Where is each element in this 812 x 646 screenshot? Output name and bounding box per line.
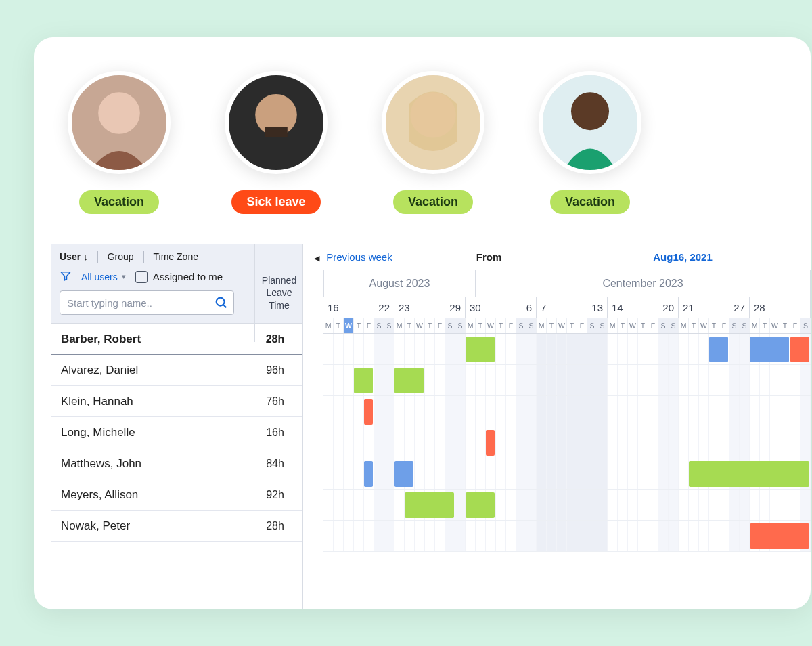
calendar-cell[interactable] — [476, 521, 486, 551]
calendar-cell[interactable] — [648, 396, 658, 427]
calendar-cell[interactable] — [719, 396, 729, 427]
avatar[interactable] — [225, 71, 328, 174]
calendar-cell[interactable] — [699, 427, 709, 458]
calendar-cell[interactable] — [374, 458, 384, 489]
calendar-cell[interactable] — [557, 427, 567, 458]
calendar-cell[interactable] — [506, 365, 516, 395]
calendar-cell[interactable] — [638, 396, 648, 427]
calendar-cell[interactable] — [679, 521, 689, 551]
calendar-cell[interactable] — [455, 427, 466, 458]
calendar-cell[interactable] — [415, 396, 425, 427]
calendar-cell[interactable] — [638, 334, 648, 364]
calendar-cell[interactable] — [354, 458, 364, 489]
calendar-cell[interactable] — [435, 521, 445, 551]
calendar-cell[interactable] — [669, 521, 679, 551]
calendar-cell[interactable] — [689, 365, 699, 395]
user-row[interactable]: Klein, Hannah76h — [51, 386, 302, 417]
calendar-cell[interactable] — [384, 396, 394, 427]
calendar-cell[interactable] — [486, 521, 496, 551]
calendar-cell[interactable] — [516, 365, 526, 395]
calendar-cell[interactable] — [526, 458, 537, 489]
calendar-cell[interactable] — [557, 334, 567, 364]
calendar-cell[interactable] — [628, 521, 638, 551]
calendar-cell[interactable] — [577, 334, 587, 364]
calendar-cell[interactable] — [526, 396, 537, 427]
prev-week-button[interactable]: ◀ Previous week — [314, 251, 392, 263]
calendar-cell[interactable] — [567, 334, 577, 364]
calendar-cell[interactable] — [567, 396, 577, 427]
calendar-cell[interactable] — [719, 427, 729, 458]
calendar-cell[interactable] — [323, 490, 334, 520]
calendar-cell[interactable] — [354, 427, 364, 458]
calendar-cell[interactable] — [780, 365, 790, 395]
calendar-cell[interactable] — [334, 365, 344, 395]
calendar-cell[interactable] — [537, 365, 547, 395]
calendar-cell[interactable] — [628, 396, 638, 427]
calendar-cell[interactable] — [394, 490, 405, 520]
calendar-cell[interactable] — [729, 490, 740, 520]
calendar-cell[interactable] — [567, 365, 577, 395]
calendar-cell[interactable] — [618, 365, 628, 395]
calendar-cell[interactable] — [506, 458, 516, 489]
calendar-cell[interactable] — [547, 365, 557, 395]
calendar-cell[interactable] — [679, 365, 689, 395]
from-date-picker[interactable]: Aug16, 2021 — [653, 251, 713, 263]
calendar-cell[interactable] — [729, 427, 740, 458]
calendar-cell[interactable] — [445, 334, 455, 364]
calendar-cell[interactable] — [770, 396, 780, 427]
calendar-cell[interactable] — [790, 427, 800, 458]
calendar-cell[interactable] — [445, 365, 455, 395]
calendar-cell[interactable] — [455, 334, 466, 364]
calendar-cell[interactable] — [608, 334, 618, 364]
calendar-cell[interactable] — [669, 490, 679, 520]
calendar-cell[interactable] — [597, 458, 608, 489]
calendar-cell[interactable] — [577, 490, 587, 520]
calendar-cell[interactable] — [709, 396, 719, 427]
calendar-cell[interactable] — [669, 427, 679, 458]
calendar-cell[interactable] — [587, 458, 597, 489]
calendar-cell[interactable] — [526, 365, 537, 395]
calendar-cell[interactable] — [618, 396, 628, 427]
leave-block-vac[interactable] — [394, 368, 424, 393]
calendar-cell[interactable] — [537, 396, 547, 427]
calendar-cell[interactable] — [709, 365, 719, 395]
calendar-cell[interactable] — [516, 427, 526, 458]
leave-block-vac[interactable] — [466, 492, 495, 518]
calendar-cell[interactable] — [780, 427, 790, 458]
calendar-cell[interactable] — [466, 396, 476, 427]
calendar-cell[interactable] — [679, 396, 689, 427]
sort-timezone[interactable]: Time Zone — [154, 251, 198, 262]
calendar-cell[interactable] — [587, 521, 597, 551]
calendar-cell[interactable] — [628, 427, 638, 458]
calendar-cell[interactable] — [577, 396, 587, 427]
calendar-cell[interactable] — [770, 365, 780, 395]
calendar-cell[interactable] — [537, 521, 547, 551]
calendar-cell[interactable] — [597, 396, 608, 427]
calendar-cell[interactable] — [577, 365, 587, 395]
calendar-cell[interactable] — [425, 334, 435, 364]
calendar-cell[interactable] — [466, 521, 476, 551]
calendar-cell[interactable] — [740, 521, 750, 551]
calendar-cell[interactable] — [425, 521, 435, 551]
calendar-cell[interactable] — [526, 490, 537, 520]
calendar-cell[interactable] — [628, 458, 638, 489]
calendar-cell[interactable] — [425, 427, 435, 458]
calendar-cell[interactable] — [597, 490, 608, 520]
calendar-cell[interactable] — [445, 396, 455, 427]
leave-block-other[interactable] — [709, 337, 728, 362]
calendar-cell[interactable] — [384, 427, 394, 458]
calendar-cell[interactable] — [648, 427, 658, 458]
calendar-cell[interactable] — [790, 396, 800, 427]
calendar-cell[interactable] — [496, 521, 506, 551]
calendar-cell[interactable] — [760, 427, 770, 458]
calendar-cell[interactable] — [374, 427, 384, 458]
calendar-cell[interactable] — [658, 458, 669, 489]
calendar-cell[interactable] — [405, 521, 415, 551]
avatar[interactable] — [382, 71, 484, 174]
calendar-cell[interactable] — [466, 458, 476, 489]
calendar-cell[interactable] — [354, 396, 364, 427]
calendar-cell[interactable] — [760, 365, 770, 395]
calendar-cell[interactable] — [455, 365, 466, 395]
calendar-cell[interactable] — [587, 334, 597, 364]
calendar-cell[interactable] — [689, 334, 699, 364]
